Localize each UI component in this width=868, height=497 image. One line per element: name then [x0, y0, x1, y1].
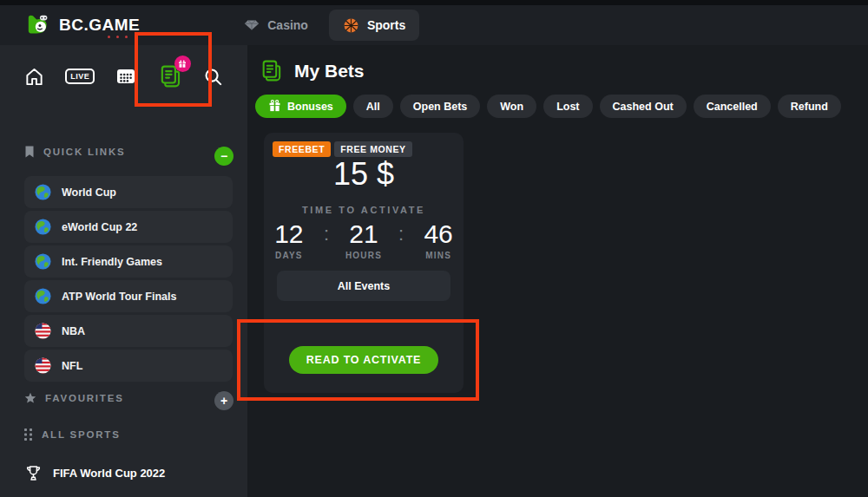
- calendar-grid-icon: [115, 67, 136, 86]
- read-to-activate-button[interactable]: READ TO ACTIVATE: [289, 346, 438, 374]
- countdown-timer: 12 DAYS : 21 HOURS : 46 MINS: [264, 219, 464, 260]
- us-flag-icon: [34, 356, 52, 375]
- brand-name: BC.GAME: [59, 16, 140, 34]
- sidebar-item-int-friendly-games[interactable]: Int. Friendly Games: [24, 245, 233, 278]
- main-content: My Bets Bonuses All Open Bets Won Lost C…: [247, 45, 868, 497]
- globe-icon: [34, 218, 52, 236]
- nav-tab-sports[interactable]: Sports: [329, 10, 419, 41]
- page-header: My Bets: [260, 59, 365, 82]
- my-bets-icon: [260, 59, 283, 82]
- bookmark-icon: [24, 146, 35, 158]
- gift-icon: [178, 60, 187, 69]
- sidebar: LIVE: [0, 45, 247, 497]
- all-sports-header[interactable]: ALL SPORTS: [24, 428, 121, 441]
- favourites-title: FAVOURITES: [45, 393, 124, 403]
- page: BC.GAME Casino Sports: [0, 0, 868, 497]
- live-icon: LIVE: [65, 69, 95, 84]
- bonus-badges: FREEBET FREE MONEY: [273, 141, 412, 157]
- all-sports-title: ALL SPORTS: [42, 429, 121, 440]
- sports-label: Sports: [367, 18, 405, 32]
- filter-chip-bonuses[interactable]: Bonuses: [255, 95, 346, 118]
- bonus-amount: 15 $: [264, 156, 464, 193]
- countdown-hours: 21 HOURS: [341, 219, 386, 260]
- sidebar-item-fifa-world-cup-2022[interactable]: FIFA World Cup 2022: [24, 464, 165, 482]
- freebet-bonus-card: FREEBET FREE MONEY 15 $ TIME TO ACTIVATE…: [264, 133, 464, 393]
- casino-label: Casino: [267, 18, 308, 32]
- countdown-separator: :: [324, 219, 329, 248]
- gift-icon: [268, 100, 281, 113]
- filter-chip-all[interactable]: All: [353, 95, 393, 118]
- minus-icon: −: [220, 150, 227, 162]
- countdown-days: 12 DAYS: [266, 219, 312, 260]
- sidebar-item-world-cup[interactable]: World Cup: [24, 176, 233, 208]
- filter-chip-won[interactable]: Won: [487, 95, 536, 118]
- quick-links-title: QUICK LINKS: [43, 147, 126, 157]
- favourites-header[interactable]: FAVOURITES: [24, 392, 124, 404]
- filter-chip-open-bets[interactable]: Open Bets: [400, 95, 481, 118]
- diamond-icon: [244, 19, 260, 31]
- page-title: My Bets: [294, 61, 365, 82]
- filter-chip-cashed-out[interactable]: Cashed Out: [600, 95, 687, 118]
- all-events-button[interactable]: All Events: [277, 271, 450, 301]
- bonus-notification-badge: [174, 56, 191, 72]
- countdown-mins: 46 MINS: [416, 219, 461, 260]
- filter-chip-cancelled[interactable]: Cancelled: [694, 95, 771, 118]
- sidebar-item-atp-world-tour-finals[interactable]: ATP World Tour Finals: [24, 280, 233, 312]
- top-navigation-bar: BC.GAME Casino Sports: [0, 5, 868, 45]
- star-icon: [24, 392, 36, 404]
- bcgame-mascot-icon: [26, 12, 52, 38]
- filter-chip-row: Bonuses All Open Bets Won Lost Cashed Ou…: [255, 95, 841, 118]
- sidebar-icon-row: LIVE: [0, 61, 247, 92]
- quick-links-list: World Cup eWorld Cup 22 Int. Friendly Ga…: [24, 176, 233, 384]
- quick-links-collapse-button[interactable]: −: [214, 147, 233, 166]
- free-money-badge: FREE MONEY: [334, 141, 411, 157]
- us-flag-icon: [34, 322, 52, 340]
- filter-chip-refund[interactable]: Refund: [778, 95, 841, 118]
- trophy-icon: [24, 464, 43, 482]
- sidebar-item-nba[interactable]: NBA: [24, 315, 233, 347]
- results-button[interactable]: [115, 67, 136, 86]
- filter-chip-lost[interactable]: Lost: [543, 95, 592, 118]
- quick-links-header: QUICK LINKS: [24, 146, 126, 158]
- countdown-separator: :: [398, 219, 404, 248]
- my-bets-button[interactable]: [158, 64, 182, 88]
- globe-icon: [34, 183, 52, 201]
- globe-icon: [34, 252, 52, 271]
- home-icon: [24, 67, 44, 87]
- home-button[interactable]: [24, 67, 44, 87]
- search-icon: [203, 67, 223, 87]
- sidebar-item-nfl[interactable]: NFL: [24, 350, 233, 382]
- logo-dots: [108, 36, 128, 38]
- sidebar-item-eworld-cup-22[interactable]: eWorld Cup 22: [24, 211, 233, 243]
- nav-tab-casino[interactable]: Casino: [244, 18, 308, 32]
- globe-icon: [34, 287, 52, 305]
- bcgame-logo[interactable]: BC.GAME: [26, 12, 140, 38]
- plus-icon: +: [220, 395, 227, 407]
- grid-dots-icon: [24, 428, 33, 441]
- timer-title: TIME TO ACTIVATE: [264, 205, 464, 215]
- add-favourite-button[interactable]: +: [214, 391, 233, 410]
- basketball-icon: [343, 17, 359, 34]
- live-events-button[interactable]: LIVE: [65, 69, 95, 84]
- search-button[interactable]: [203, 67, 223, 87]
- freebet-badge: FREEBET: [273, 141, 331, 157]
